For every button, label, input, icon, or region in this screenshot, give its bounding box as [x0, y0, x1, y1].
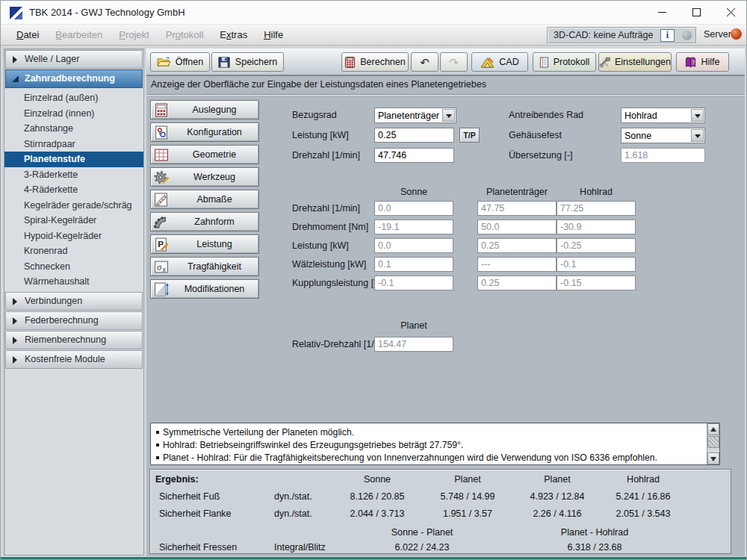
sidebar-item-einzelrad-aussen[interactable]: Einzelrad (außen) — [4, 90, 143, 106]
gear-segment-icon — [153, 215, 170, 229]
bezugsrad-select[interactable]: Planetenträger — [374, 108, 456, 123]
fuss-planet2-value: 4.923 / 12.84 — [516, 491, 598, 502]
server-label: Server: — [704, 29, 734, 40]
chevron-right-icon — [13, 337, 17, 344]
tp-button[interactable]: T/P — [459, 128, 480, 143]
results-header-hohlrad: Hohlrad — [602, 474, 684, 485]
server-status-dot — [731, 28, 742, 40]
menu-hilfe[interactable]: Hilfe — [255, 25, 291, 46]
help-book-icon: ? — [685, 57, 696, 68]
pair-header-planet-hohlrad: Planet - Hohlrad — [531, 527, 658, 538]
nav-button-abmasse[interactable]: Abmaße — [150, 190, 259, 209]
nav-button-tragfaehigkeit[interactable]: σx Tragfähigkeit — [150, 257, 259, 276]
sidebar-group-welle-lager[interactable]: Welle / Lager — [5, 50, 143, 69]
scroll-up-button[interactable] — [707, 423, 719, 435]
pair-header-sonne-planet: Sonne - Planet — [359, 527, 486, 538]
row-label-leistung: Leistung [kW] — [292, 240, 349, 251]
results-header-sonne: Sonne — [336, 474, 418, 485]
column-header-sonne: Sonne — [374, 187, 453, 197]
scroll-thumb[interactable] — [707, 436, 719, 448]
protocol-button[interactable]: Protokoll — [533, 52, 596, 72]
uebersetzung-label: Übersetzung [-] — [509, 150, 572, 161]
calculate-button[interactable]: Berechnen — [341, 52, 409, 72]
messages-scrollbar[interactable] — [707, 423, 719, 464]
fressen-planet-hohlrad-value: 6.318 / 23.68 — [531, 542, 658, 553]
nav-button-konfiguration[interactable]: Konfiguration — [150, 122, 259, 142]
row-label-waelzleistung: Wälzleistung [kW] — [292, 259, 366, 270]
sidebar-group-zahnradberechnung[interactable]: Zahnradberechnung — [5, 69, 143, 88]
drehmoment-planetentraeger-field: 50.0 — [477, 220, 557, 234]
app-logo-icon — [10, 7, 22, 19]
waelzleistung-hohlrad-field: -0.1 — [557, 257, 636, 272]
content-panel: Anzeige der Oberfläche zur Eingabe der L… — [146, 76, 745, 556]
gehaeusefest-select[interactable]: Sonne — [621, 128, 705, 143]
window-bottom-edge — [1, 557, 747, 559]
nav-button-leistung[interactable]: P Leistung — [150, 234, 259, 254]
menu-bearbeiten: Bearbeiten — [47, 25, 111, 46]
menu-projekt: Projekt — [111, 25, 157, 46]
sidebar-item-kronenrad[interactable]: Kronenrad — [4, 243, 143, 259]
maximize-button[interactable] — [679, 1, 713, 24]
sicherheit-flanke-label: Sicherheit Flanke — [159, 508, 232, 519]
chevron-expanded-icon — [12, 75, 19, 82]
sidebar-item-einzelrad-innen[interactable]: Einzelrad (innen) — [4, 106, 143, 122]
nav-button-modifikationen[interactable]: Modifikationen — [150, 279, 259, 299]
undo-button[interactable]: ↶ — [411, 52, 438, 72]
sidebar-group-federberechnung[interactable]: Federberechnung — [5, 311, 143, 330]
cad-button[interactable]: CAD — [471, 52, 528, 72]
sidebar-item-hypoid-kegelraeder[interactable]: Hypoid-Kegelräder — [4, 228, 143, 244]
row-label-drehzahl: Drehzahl [1/min] — [292, 203, 360, 214]
sidebar-item-spiral-kegelraeder[interactable]: Spiral-Kegelräder — [4, 213, 143, 228]
nav-button-werkzeug[interactable]: Werkzeug — [150, 167, 259, 187]
kupplungsleistung-hohlrad-field: -0.15 — [557, 276, 636, 290]
cad-ruler-icon — [480, 57, 495, 68]
antreibendes-rad-select[interactable]: Hohlrad — [621, 108, 705, 123]
leistung-input[interactable] — [374, 128, 454, 143]
sidebar-item-kegelraeder[interactable]: Kegelräder gerade/schräg — [4, 198, 143, 214]
fuss-hohlrad-value: 5.241 / 16.86 — [602, 491, 684, 502]
sidebar-group-riemenberechnung[interactable]: Riemenberechnung — [5, 331, 143, 349]
planet-header: Planet — [374, 320, 453, 331]
configuration-icon — [153, 125, 170, 140]
cad-status-text: 3D-CAD: keine Aufträge — [554, 30, 653, 40]
bullet-icon — [156, 456, 159, 459]
drehzahl-sonne-field: 0.0 — [374, 201, 453, 216]
sidebar-item-waermehaushalt[interactable]: Wärmehaushalt — [4, 274, 143, 290]
close-button[interactable] — [713, 1, 747, 24]
save-button[interactable]: Speichern — [211, 52, 284, 72]
waelzleistung-planetentraeger-field: --- — [477, 257, 557, 272]
flanke-hohlrad-value: 2.051 / 3.543 — [602, 508, 684, 519]
row-label-drehmoment: Drehmoment [Nm] — [292, 222, 368, 232]
leistung-label: Leistung [kW] — [292, 130, 349, 140]
results-title: Ergebnis: — [155, 474, 199, 485]
chevron-down-icon — [691, 109, 704, 122]
nav-button-auslegung[interactable]: Auslegung — [150, 100, 259, 119]
minimize-button[interactable] — [645, 1, 679, 24]
sidebar-group-kostenfreie-module[interactable]: Kostenfreie Module — [5, 350, 143, 369]
redo-icon: ↷ — [449, 57, 459, 68]
save-floppy-icon — [218, 57, 231, 68]
sidebar-item-stirnradpaar[interactable]: Stirnradpaar — [4, 137, 143, 152]
open-button[interactable]: Öffnen — [150, 52, 210, 72]
settings-button[interactable]: Einstellungen — [598, 52, 672, 72]
flanke-planet2-value: 2.26 / 4.116 — [516, 508, 598, 519]
info-button[interactable]: i — [660, 29, 675, 42]
sidebar-item-4-raederkette[interactable]: 4-Räderkette — [4, 182, 143, 198]
menu-datei[interactable]: Datei — [8, 25, 47, 46]
help-button[interactable]: ? Hilfe — [676, 52, 729, 72]
sidebar-item-planetenstufe[interactable]: Planetenstufe — [4, 152, 143, 167]
nav-button-zahnform[interactable]: Zahnform — [150, 212, 259, 231]
menu-extras[interactable]: Extras — [211, 25, 255, 46]
gehaeusefest-label: Gehäusefest — [509, 130, 562, 140]
sidebar-group-verbindungen[interactable]: Verbindungen — [5, 292, 143, 311]
chevron-right-icon — [13, 298, 17, 305]
uebersetzung-field: 1.618 — [621, 148, 705, 163]
undo-icon: ↶ — [420, 57, 430, 68]
flanke-sonne-value: 2.044 / 3.713 — [336, 508, 418, 519]
sidebar-item-schnecken[interactable]: Schnecken — [4, 259, 143, 275]
nav-button-geometrie[interactable]: Geometrie — [150, 145, 259, 164]
scroll-down-button[interactable] — [707, 452, 719, 464]
drehzahl-input[interactable] — [374, 148, 454, 163]
sidebar-item-zahnstange[interactable]: Zahnstange — [4, 121, 143, 137]
sidebar-item-3-raederkette[interactable]: 3-Räderkette — [4, 167, 143, 183]
